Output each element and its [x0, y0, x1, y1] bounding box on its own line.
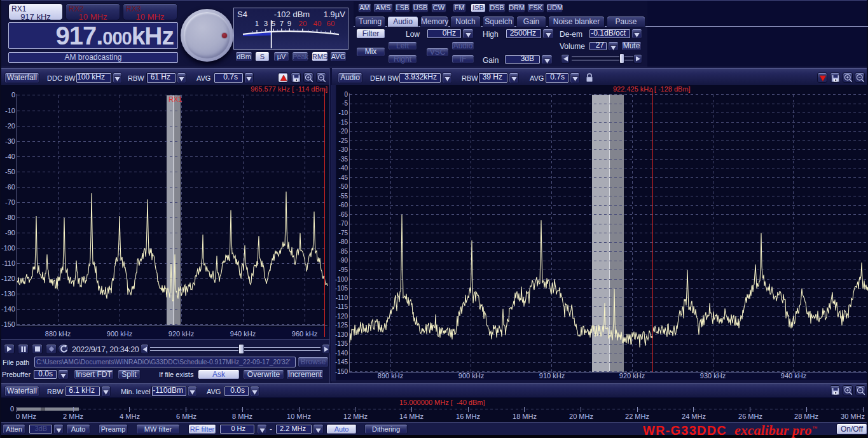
- svg-text:20: 20: [299, 20, 307, 27]
- svg-text:-125: -125: [335, 322, 348, 329]
- svg-text:-110: -110: [336, 294, 348, 301]
- svg-text:2 MHz: 2 MHz: [63, 413, 83, 420]
- svg-text:S4: S4: [237, 10, 247, 19]
- svg-text:1.9µV: 1.9µV: [324, 10, 346, 19]
- svg-text:-55: -55: [339, 193, 348, 200]
- svg-text:-65: -65: [339, 211, 348, 218]
- svg-text:-140: -140: [335, 350, 348, 357]
- svg-text:10 MHz: 10 MHz: [287, 413, 311, 420]
- svg-text:-120: -120: [335, 313, 348, 320]
- svg-text:-75: -75: [339, 229, 348, 236]
- svg-text:-85: -85: [339, 248, 348, 255]
- svg-text:-130: -130: [335, 331, 348, 338]
- svg-text:20 MHz: 20 MHz: [569, 413, 593, 420]
- svg-text:3: 3: [264, 20, 268, 27]
- svg-text:-100: -100: [335, 276, 348, 283]
- svg-text:920 kHz: 920 kHz: [169, 330, 194, 338]
- svg-text:-105: -105: [335, 285, 348, 292]
- svg-text:6 MHz: 6 MHz: [176, 413, 196, 420]
- svg-text:-15: -15: [339, 119, 348, 126]
- svg-text:40: 40: [313, 20, 322, 27]
- svg-text:-40: -40: [5, 153, 15, 160]
- svg-text:-130: -130: [1, 290, 15, 298]
- svg-text:-80: -80: [5, 214, 15, 221]
- svg-text:-30: -30: [5, 137, 15, 145]
- svg-text:22 MHz: 22 MHz: [625, 413, 649, 420]
- svg-text:-60: -60: [5, 183, 15, 191]
- svg-text:-110: -110: [2, 259, 15, 267]
- svg-text:-102 dBm: -102 dBm: [274, 10, 310, 19]
- svg-text:-70: -70: [5, 198, 15, 206]
- svg-text:RX1: RX1: [169, 95, 182, 103]
- svg-text:890 kHz: 890 kHz: [378, 372, 403, 380]
- svg-text:0: 0: [344, 91, 348, 98]
- svg-text:-50: -50: [339, 183, 348, 190]
- svg-text:-40: -40: [339, 165, 348, 172]
- svg-text:960 kHz: 960 kHz: [292, 330, 317, 338]
- svg-text:-60: -60: [339, 202, 348, 209]
- svg-text:-5: -5: [342, 100, 348, 107]
- svg-text:4 MHz: 4 MHz: [120, 413, 140, 420]
- svg-text:26 MHz: 26 MHz: [738, 413, 762, 420]
- svg-text:12 MHz: 12 MHz: [343, 413, 368, 420]
- svg-text:-20: -20: [339, 128, 348, 135]
- svg-text:880 kHz: 880 kHz: [45, 330, 71, 338]
- svg-text:0 MHz: 0 MHz: [16, 413, 36, 420]
- svg-text:-150: -150: [1, 320, 15, 328]
- svg-text:-90: -90: [339, 257, 348, 264]
- svg-text:-135: -135: [335, 340, 348, 347]
- svg-text:28 MHz: 28 MHz: [794, 413, 818, 420]
- svg-text:60: 60: [327, 20, 335, 27]
- svg-text:-10: -10: [5, 107, 15, 114]
- svg-text:900 kHz: 900 kHz: [458, 372, 484, 380]
- svg-text:940 kHz: 940 kHz: [781, 372, 806, 380]
- svg-text:18 MHz: 18 MHz: [513, 413, 537, 420]
- svg-text:-100: -100: [1, 244, 15, 252]
- svg-text:930 kHz: 930 kHz: [700, 372, 726, 380]
- svg-text:0: 0: [11, 91, 15, 99]
- svg-text:14 MHz: 14 MHz: [399, 413, 424, 420]
- svg-text:-145: -145: [335, 359, 348, 366]
- svg-text:-25: -25: [339, 137, 348, 144]
- svg-text:9: 9: [287, 20, 291, 27]
- svg-text:920 kHz: 920 kHz: [619, 372, 645, 380]
- svg-text:-35: -35: [339, 156, 348, 163]
- svg-text:1: 1: [255, 20, 259, 27]
- svg-text:0: 0: [10, 405, 14, 413]
- svg-text:-115: -115: [336, 303, 348, 310]
- svg-text:7: 7: [280, 20, 284, 27]
- svg-text:-70: -70: [339, 220, 348, 227]
- svg-text:-80: -80: [339, 238, 348, 245]
- svg-text:-10: -10: [339, 109, 348, 116]
- svg-text:-20: -20: [5, 122, 15, 130]
- svg-text:-150: -150: [335, 368, 348, 375]
- svg-text:-50: -50: [5, 168, 15, 175]
- svg-text:5: 5: [272, 20, 275, 27]
- svg-text:30 MHz: 30 MHz: [841, 413, 865, 420]
- svg-text:-30: -30: [339, 146, 348, 153]
- svg-text:16 MHz: 16 MHz: [456, 413, 480, 420]
- svg-text:910 kHz: 910 kHz: [539, 372, 565, 380]
- svg-text:900 kHz: 900 kHz: [107, 330, 132, 338]
- svg-text:8 MHz: 8 MHz: [232, 413, 252, 420]
- svg-text:-95: -95: [339, 266, 348, 273]
- svg-text:-45: -45: [339, 174, 348, 181]
- svg-text:940 kHz: 940 kHz: [230, 330, 256, 338]
- svg-text:24 MHz: 24 MHz: [682, 413, 706, 420]
- svg-text:-120: -120: [1, 275, 15, 282]
- svg-text:-140: -140: [1, 305, 15, 313]
- svg-text:-90: -90: [5, 229, 15, 236]
